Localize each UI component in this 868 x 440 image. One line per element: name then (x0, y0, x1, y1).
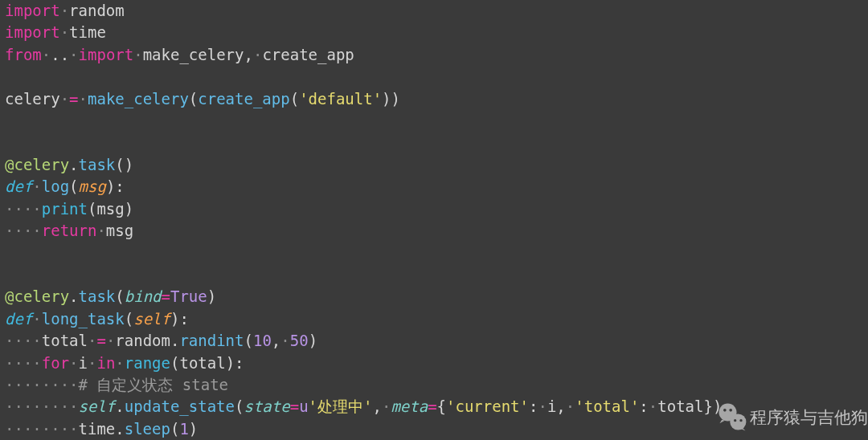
str-default: 'default' (299, 90, 382, 108)
call-sleep: sleep (125, 420, 170, 438)
keyword-return: return (42, 222, 97, 239)
code-block: import·random import·time from·..·import… (0, 0, 868, 440)
keyword-import: import (79, 46, 134, 63)
decorator-task: task (79, 287, 116, 305)
literal-true: True (170, 287, 207, 305)
keyword-from: from (5, 46, 42, 63)
val-total: total (657, 397, 703, 415)
module-random: random (115, 332, 170, 349)
arg-total: total (179, 354, 225, 372)
module-random: random (69, 2, 125, 19)
call-make-celery: make_celery (88, 90, 189, 108)
var-total: total (42, 332, 88, 349)
var-i: i (79, 354, 88, 372)
arg-msg: msg (96, 200, 124, 218)
param-self: self (133, 310, 170, 328)
decorator-at: @ (5, 287, 14, 305)
num-10: 10 (253, 332, 272, 349)
name-create-app: create_app (262, 46, 354, 63)
num-50: 50 (290, 332, 309, 349)
kwarg-state: state (244, 397, 289, 415)
decorator-celery: celery (14, 287, 69, 305)
keyword-for: for (42, 354, 69, 372)
keyword-import: import (5, 2, 60, 19)
comment-line: # 自定义状态 state (79, 376, 229, 393)
keyword-def: def (5, 177, 32, 195)
kwarg-bind: bind (125, 287, 162, 305)
ret-msg: msg (106, 222, 133, 239)
relative-dots: .. (51, 46, 69, 63)
num-1: 1 (179, 420, 188, 438)
func-log: log (42, 177, 69, 195)
kwarg-meta: meta (391, 397, 428, 415)
func-long-task: long_task (42, 310, 125, 328)
call-randint: randint (179, 332, 244, 349)
var-celery: celery (5, 90, 60, 108)
val-i: i (547, 397, 556, 415)
call-range: range (125, 354, 170, 372)
op-assign: = (69, 90, 78, 108)
call-update-state: update_state (125, 397, 235, 415)
module-time: time (69, 23, 106, 41)
keyword-def: def (5, 310, 32, 328)
call-print: print (42, 200, 88, 218)
decorator-task: task (79, 156, 116, 173)
name-make-celery: make_celery (143, 46, 244, 63)
prefix-u: u (299, 397, 308, 415)
keyword-import: import (5, 23, 60, 41)
str-processing: '处理中' (309, 397, 373, 415)
keyword-in: in (96, 354, 115, 372)
call-create-app: create_app (198, 90, 289, 108)
var-self: self (79, 397, 116, 415)
key-total: 'total' (575, 397, 639, 415)
module-time: time (79, 420, 116, 438)
param-msg: msg (79, 177, 106, 195)
decorator-at: @ (5, 156, 14, 173)
key-current: 'current' (446, 397, 529, 415)
decorator-celery: celery (14, 156, 69, 173)
